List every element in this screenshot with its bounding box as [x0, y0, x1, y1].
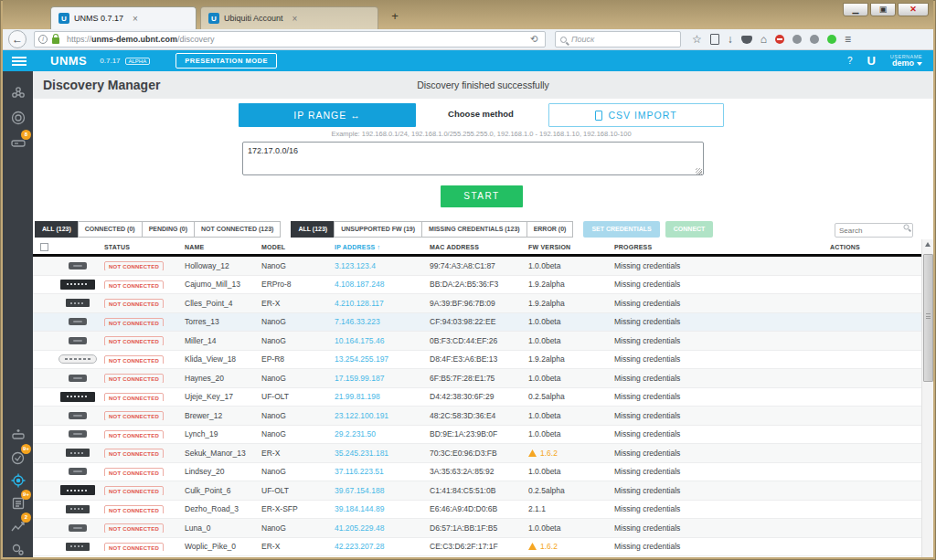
tab-close-icon[interactable]: × [133, 14, 138, 24]
tab-unms[interactable]: U UNMS 0.7.17 × [50, 6, 197, 29]
resize-grip[interactable] [696, 168, 702, 174]
ip-address-link[interactable]: 35.245.231.181 [335, 449, 388, 458]
url-text[interactable]: https://unms-demo.ubnt.com/discovery [67, 35, 530, 44]
presentation-mode-button[interactable]: PRESENTATION MODE [176, 53, 277, 69]
table-row[interactable]: NOT CONNECTED Dezho_Road_3 ER-X-SFP 39.1… [33, 501, 933, 520]
ip-address-link[interactable]: 21.99.81.198 [335, 392, 380, 401]
ip-address-link[interactable]: 37.116.223.51 [335, 467, 384, 476]
clipboard-icon[interactable] [710, 34, 719, 45]
downloads-icon[interactable]: ↓ [728, 33, 733, 46]
ip-address-link[interactable]: 7.146.33.223 [335, 317, 380, 326]
reload-icon[interactable]: ⟲ [530, 34, 541, 45]
tab-ubiquiti-account[interactable]: U Ubiquiti Account × [200, 6, 378, 29]
col-ip-address[interactable]: IP ADDRESS ↑ [331, 244, 426, 250]
csv-import-method-button[interactable]: CSV IMPORT [548, 103, 724, 127]
ip-address-link[interactable]: 42.223.207.28 [335, 542, 384, 551]
table-row[interactable]: NOT CONNECTED Holloway_12 NanoG 3.123.12… [33, 257, 933, 276]
tab-close-icon[interactable]: × [292, 14, 298, 24]
table-row[interactable]: NOT CONNECTED Lindsey_20 NanoG 37.116.22… [33, 463, 933, 482]
ip-address-link[interactable]: 4.210.128.117 [335, 299, 384, 308]
ip-address-link[interactable]: 13.254.255.197 [335, 354, 388, 364]
hamburger-menu-icon[interactable] [12, 57, 27, 66]
col-model[interactable]: MODEL [258, 244, 331, 250]
sidebar-item-wireless[interactable] [3, 108, 33, 128]
sidebar-item-endpoints[interactable] [3, 425, 33, 445]
sidebar-item-tasks[interactable]: 9+ [3, 448, 33, 468]
connect-button[interactable]: CONNECT [665, 221, 714, 238]
screenshot-icon[interactable] [810, 35, 819, 44]
table-row[interactable]: NOT CONNECTED Ujeje_Key_17 UF-OLT 21.99.… [33, 388, 933, 407]
user-menu[interactable]: USERNAME demo [890, 54, 922, 69]
table-row[interactable]: NOT CONNECTED Sekuk_Manor_13 ER-X 35.245… [33, 444, 933, 463]
ubiquiti-logo[interactable]: U [867, 54, 875, 68]
ip-address-link[interactable]: 39.67.154.188 [335, 486, 384, 495]
scroll-up-icon[interactable] [925, 242, 931, 247]
close-button[interactable]: ✕ [898, 3, 929, 16]
ip-address-link[interactable]: 3.123.123.4 [335, 261, 376, 270]
mac-address: D4:42:38:30:6F:29 [426, 392, 525, 401]
table-row[interactable]: NOT CONNECTED Haynes_20 NanoG 17.159.99.… [33, 369, 933, 388]
table-row[interactable]: NOT CONNECTED Luna_0 NanoG 41.205.229.48… [33, 519, 933, 538]
back-button[interactable]: ← [8, 30, 27, 48]
table-search-input[interactable] [835, 223, 913, 238]
table-row[interactable]: NOT CONNECTED Culk_Point_6 UF-OLT 39.67.… [33, 481, 933, 501]
filter-tab-error[interactable]: ERROR (0) [526, 221, 574, 238]
table-row[interactable]: NOT CONNECTED Clles_Point_4 ER-X 4.210.1… [33, 294, 933, 313]
browser-search-box[interactable]: Поиск [555, 31, 681, 48]
table-row[interactable]: NOT CONNECTED Brewer_12 NanoG 23.122.100… [33, 407, 933, 426]
col-status[interactable]: STATUS [101, 244, 181, 250]
filter-tab-all-status[interactable]: ALL (123) [291, 221, 335, 238]
ip-address-link[interactable]: 23.122.100.191 [335, 411, 388, 420]
col-progress[interactable]: PROGRESS [611, 244, 753, 250]
device-model: NanoG [258, 336, 331, 345]
ip-address-link[interactable]: 29.2.231.50 [335, 429, 376, 438]
table-row[interactable]: NOT CONNECTED Klida_View_18 EP-R8 13.254… [33, 351, 933, 370]
adblock-icon[interactable] [775, 35, 784, 44]
col-fw-version[interactable]: FW VERSION [525, 244, 611, 250]
table-row[interactable]: NOT CONNECTED Woplic_Pike_0 ER-X 42.223.… [33, 538, 933, 557]
site-info-icon[interactable]: i [38, 35, 48, 44]
table-row[interactable]: NOT CONNECTED Torres_13 NanoG 7.146.33.2… [33, 313, 933, 333]
ip-range-input[interactable]: 172.17.0.0/16 [242, 142, 704, 175]
restore-button[interactable]: ▣ [870, 3, 896, 16]
sidebar-item-sites[interactable] [3, 82, 33, 102]
table-row[interactable]: NOT CONNECTED Lynch_19 NanoG 29.2.231.50… [33, 426, 933, 445]
minimize-button[interactable]: ▁ [843, 3, 868, 16]
sort-arrow-icon: ↑ [378, 244, 381, 250]
ip-address-link[interactable]: 39.184.144.89 [335, 504, 384, 513]
ip-address-link[interactable]: 17.159.99.187 [335, 374, 384, 383]
help-button[interactable]: ? [847, 56, 853, 66]
extension-icon[interactable] [792, 35, 802, 44]
ip-address-link[interactable]: 4.108.187.248 [335, 280, 384, 289]
start-button[interactable]: START [441, 185, 523, 207]
filter-tab-all-connection[interactable]: ALL (123) [35, 221, 79, 238]
status-dot-icon[interactable] [827, 35, 836, 44]
table-row[interactable]: NOT CONNECTED Miller_14 NanoG 10.164.175… [33, 332, 933, 351]
table-row[interactable]: NOT CONNECTED Cajumo_Mill_13 ERPro-8 4.1… [33, 276, 933, 295]
page-scrollbar[interactable] [921, 239, 933, 557]
url-bar[interactable]: i https://unms-demo.ubnt.com/discovery ⟲ [34, 31, 546, 48]
new-tab-button[interactable]: + [385, 9, 405, 26]
sidebar-item-settings[interactable] [3, 539, 33, 559]
sidebar-item-devices[interactable]: 8 [3, 133, 33, 153]
col-mac-address[interactable]: MAC ADDRESS [426, 244, 525, 250]
ip-address-link[interactable]: 41.205.229.48 [335, 523, 384, 533]
bookmark-star-icon[interactable]: ☆ [692, 33, 702, 46]
filter-tab-missing-credentials[interactable]: MISSING CREDENTIALS (123) [421, 221, 527, 238]
filter-tab-pending[interactable]: PENDING (0) [142, 221, 195, 238]
pocket-icon[interactable] [741, 36, 752, 44]
sidebar-item-charts[interactable]: 2 [3, 516, 33, 536]
ip-address-link[interactable]: 10.164.175.46 [335, 336, 384, 345]
select-all-checkbox[interactable] [40, 243, 48, 251]
home-icon[interactable]: ⌂ [760, 33, 767, 46]
set-credentials-button[interactable]: SET CREDENTIALS [583, 221, 659, 238]
scrollbar-thumb[interactable] [923, 254, 933, 382]
filter-tab-connected[interactable]: CONNECTED (0) [78, 221, 143, 238]
ip-range-method-button[interactable]: IP RANGE ↔ [239, 103, 416, 127]
sidebar-item-logs[interactable]: 9+ [3, 493, 33, 513]
filter-tab-unsupported-fw[interactable]: UNSUPPORTED FW (19) [334, 221, 422, 238]
menu-icon[interactable]: ≡ [845, 33, 851, 46]
sidebar-item-discovery[interactable] [3, 470, 33, 491]
col-name[interactable]: NAME [181, 244, 258, 250]
filter-tab-not-connected[interactable]: NOT CONNECTED (123) [194, 221, 281, 238]
